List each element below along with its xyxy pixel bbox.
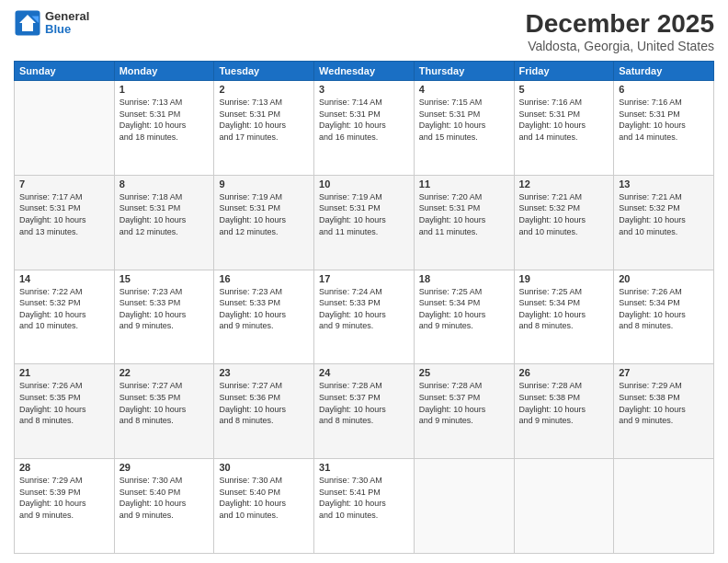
cell-info-text: Sunrise: 7:27 AM Sunset: 5:35 PM Dayligh… xyxy=(119,380,210,426)
table-cell: 27Sunrise: 7:29 AM Sunset: 5:38 PM Dayli… xyxy=(614,364,714,459)
cell-day-number: 2 xyxy=(219,84,309,95)
table-cell xyxy=(15,81,115,176)
cell-day-number: 10 xyxy=(319,178,409,190)
cell-info-text: Sunrise: 7:19 AM Sunset: 5:31 PM Dayligh… xyxy=(319,191,409,237)
table-cell: 12Sunrise: 7:21 AM Sunset: 5:32 PM Dayli… xyxy=(514,175,614,270)
cell-info-text: Sunrise: 7:20 AM Sunset: 5:31 PM Dayligh… xyxy=(419,191,509,237)
cell-info-text: Sunrise: 7:30 AM Sunset: 5:41 PM Dayligh… xyxy=(319,475,409,521)
cell-day-number: 13 xyxy=(619,178,709,190)
cell-day-number: 23 xyxy=(219,367,309,378)
cell-day-number: 15 xyxy=(119,273,210,284)
table-cell: 24Sunrise: 7:28 AM Sunset: 5:37 PM Dayli… xyxy=(314,364,415,459)
cell-info-text: Sunrise: 7:23 AM Sunset: 5:33 PM Dayligh… xyxy=(219,286,309,332)
cell-day-number: 4 xyxy=(419,84,509,95)
cell-day-number: 21 xyxy=(19,367,109,378)
cell-day-number: 29 xyxy=(119,462,210,473)
calendar-header-row: Sunday Monday Tuesday Wednesday Thursday… xyxy=(15,62,714,81)
table-cell: 29Sunrise: 7:30 AM Sunset: 5:40 PM Dayli… xyxy=(114,459,214,554)
cell-day-number: 11 xyxy=(419,178,509,190)
cell-day-number: 20 xyxy=(619,273,709,284)
cell-info-text: Sunrise: 7:28 AM Sunset: 5:38 PM Dayligh… xyxy=(519,380,609,426)
cell-day-number: 24 xyxy=(319,367,409,378)
cell-info-text: Sunrise: 7:16 AM Sunset: 5:31 PM Dayligh… xyxy=(519,97,609,143)
cell-info-text: Sunrise: 7:26 AM Sunset: 5:34 PM Dayligh… xyxy=(619,286,709,332)
table-cell xyxy=(414,459,514,554)
cell-info-text: Sunrise: 7:29 AM Sunset: 5:39 PM Dayligh… xyxy=(19,475,109,521)
cell-day-number: 9 xyxy=(219,178,309,190)
table-cell: 15Sunrise: 7:23 AM Sunset: 5:33 PM Dayli… xyxy=(114,270,214,364)
table-cell: 8Sunrise: 7:18 AM Sunset: 5:31 PM Daylig… xyxy=(114,175,214,270)
cell-day-number: 22 xyxy=(119,367,210,378)
table-cell: 28Sunrise: 7:29 AM Sunset: 5:39 PM Dayli… xyxy=(15,459,115,554)
cell-info-text: Sunrise: 7:26 AM Sunset: 5:35 PM Dayligh… xyxy=(19,380,109,426)
cell-day-number: 12 xyxy=(519,178,609,190)
logo-icon xyxy=(14,9,41,37)
logo: General Blue xyxy=(14,9,89,37)
table-cell: 11Sunrise: 7:20 AM Sunset: 5:31 PM Dayli… xyxy=(414,175,514,270)
table-cell: 19Sunrise: 7:25 AM Sunset: 5:34 PM Dayli… xyxy=(514,270,614,364)
cell-info-text: Sunrise: 7:13 AM Sunset: 5:31 PM Dayligh… xyxy=(119,97,210,143)
logo-text: General Blue xyxy=(45,10,89,37)
cell-info-text: Sunrise: 7:21 AM Sunset: 5:32 PM Dayligh… xyxy=(519,191,609,237)
col-monday: Monday xyxy=(114,62,214,81)
table-cell: 21Sunrise: 7:26 AM Sunset: 5:35 PM Dayli… xyxy=(15,364,115,459)
cell-info-text: Sunrise: 7:16 AM Sunset: 5:31 PM Dayligh… xyxy=(619,97,709,143)
cell-day-number: 6 xyxy=(619,84,709,95)
table-cell: 1Sunrise: 7:13 AM Sunset: 5:31 PM Daylig… xyxy=(114,81,214,176)
col-tuesday: Tuesday xyxy=(214,62,314,81)
cell-day-number: 3 xyxy=(319,84,409,95)
calendar-week-row: 21Sunrise: 7:26 AM Sunset: 5:35 PM Dayli… xyxy=(15,364,714,459)
cell-info-text: Sunrise: 7:27 AM Sunset: 5:36 PM Dayligh… xyxy=(219,380,309,426)
table-cell: 4Sunrise: 7:15 AM Sunset: 5:31 PM Daylig… xyxy=(414,81,514,176)
cell-info-text: Sunrise: 7:28 AM Sunset: 5:37 PM Dayligh… xyxy=(419,380,509,426)
table-cell: 17Sunrise: 7:24 AM Sunset: 5:33 PM Dayli… xyxy=(314,270,415,364)
logo-blue-text: Blue xyxy=(45,23,89,36)
cell-day-number: 28 xyxy=(19,462,109,473)
calendar-table: Sunday Monday Tuesday Wednesday Thursday… xyxy=(14,61,714,554)
cell-info-text: Sunrise: 7:23 AM Sunset: 5:33 PM Dayligh… xyxy=(119,286,210,332)
cell-info-text: Sunrise: 7:30 AM Sunset: 5:40 PM Dayligh… xyxy=(119,475,210,521)
table-cell: 10Sunrise: 7:19 AM Sunset: 5:31 PM Dayli… xyxy=(314,175,415,270)
cell-info-text: Sunrise: 7:25 AM Sunset: 5:34 PM Dayligh… xyxy=(519,286,609,332)
calendar-week-row: 1Sunrise: 7:13 AM Sunset: 5:31 PM Daylig… xyxy=(15,81,714,176)
cell-day-number: 7 xyxy=(19,178,109,190)
col-saturday: Saturday xyxy=(614,62,714,81)
table-cell: 2Sunrise: 7:13 AM Sunset: 5:31 PM Daylig… xyxy=(214,81,314,176)
table-cell: 18Sunrise: 7:25 AM Sunset: 5:34 PM Dayli… xyxy=(414,270,514,364)
cell-day-number: 18 xyxy=(419,273,509,284)
table-cell: 3Sunrise: 7:14 AM Sunset: 5:31 PM Daylig… xyxy=(314,81,415,176)
cell-day-number: 26 xyxy=(519,367,609,378)
calendar-week-row: 28Sunrise: 7:29 AM Sunset: 5:39 PM Dayli… xyxy=(15,459,714,554)
cell-day-number: 8 xyxy=(119,178,210,190)
title-block: December 2025 Valdosta, Georgia, United … xyxy=(526,9,714,53)
table-cell: 13Sunrise: 7:21 AM Sunset: 5:32 PM Dayli… xyxy=(614,175,714,270)
table-cell: 22Sunrise: 7:27 AM Sunset: 5:35 PM Dayli… xyxy=(114,364,214,459)
cell-day-number: 25 xyxy=(419,367,509,378)
cell-day-number: 27 xyxy=(619,367,709,378)
table-cell: 30Sunrise: 7:30 AM Sunset: 5:40 PM Dayli… xyxy=(214,459,314,554)
cell-info-text: Sunrise: 7:29 AM Sunset: 5:38 PM Dayligh… xyxy=(619,380,709,426)
table-cell: 6Sunrise: 7:16 AM Sunset: 5:31 PM Daylig… xyxy=(614,81,714,176)
cell-day-number: 1 xyxy=(119,84,210,95)
table-cell: 25Sunrise: 7:28 AM Sunset: 5:37 PM Dayli… xyxy=(414,364,514,459)
cell-info-text: Sunrise: 7:15 AM Sunset: 5:31 PM Dayligh… xyxy=(419,97,509,143)
cell-day-number: 19 xyxy=(519,273,609,284)
cell-info-text: Sunrise: 7:25 AM Sunset: 5:34 PM Dayligh… xyxy=(419,286,509,332)
table-cell: 31Sunrise: 7:30 AM Sunset: 5:41 PM Dayli… xyxy=(314,459,415,554)
logo-general-text: General xyxy=(45,10,89,23)
cell-info-text: Sunrise: 7:18 AM Sunset: 5:31 PM Dayligh… xyxy=(119,191,210,237)
cell-day-number: 30 xyxy=(219,462,309,473)
cell-info-text: Sunrise: 7:24 AM Sunset: 5:33 PM Dayligh… xyxy=(319,286,409,332)
cell-info-text: Sunrise: 7:14 AM Sunset: 5:31 PM Dayligh… xyxy=(319,97,409,143)
table-cell xyxy=(514,459,614,554)
table-cell: 7Sunrise: 7:17 AM Sunset: 5:31 PM Daylig… xyxy=(15,175,115,270)
table-cell: 23Sunrise: 7:27 AM Sunset: 5:36 PM Dayli… xyxy=(214,364,314,459)
col-sunday: Sunday xyxy=(15,62,115,81)
main-title: December 2025 xyxy=(526,9,714,39)
table-cell: 20Sunrise: 7:26 AM Sunset: 5:34 PM Dayli… xyxy=(614,270,714,364)
cell-day-number: 16 xyxy=(219,273,309,284)
cell-info-text: Sunrise: 7:19 AM Sunset: 5:31 PM Dayligh… xyxy=(219,191,309,237)
calendar-week-row: 7Sunrise: 7:17 AM Sunset: 5:31 PM Daylig… xyxy=(15,175,714,270)
col-wednesday: Wednesday xyxy=(314,62,415,81)
page: General Blue December 2025 Valdosta, Geo… xyxy=(0,0,728,563)
